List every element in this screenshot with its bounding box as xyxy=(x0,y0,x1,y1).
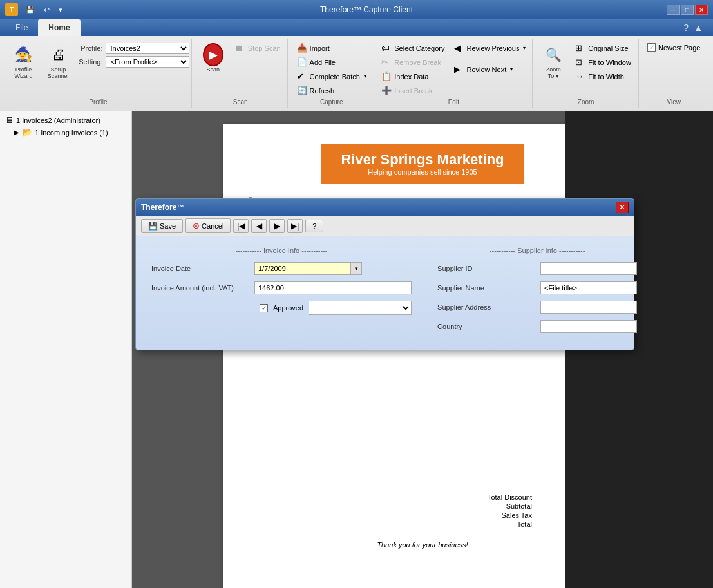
dialog-body: ----------- Invoice Info ----------- Inv… xyxy=(136,236,634,350)
index-data-icon: 📋 xyxy=(381,71,392,81)
nav-last-button[interactable]: ▶| xyxy=(287,219,303,233)
sidebar-item-label-1: 1 Invoices2 (Administrator) xyxy=(16,117,100,124)
insert-break-button[interactable]: ➕ Insert Break xyxy=(378,84,448,97)
invoice-date-input[interactable] xyxy=(254,262,350,275)
insert-break-icon: ➕ xyxy=(381,86,392,95)
review-previous-icon: ◀ xyxy=(454,43,464,53)
nav-first-button[interactable]: |◀ xyxy=(233,219,249,233)
sidebar-item-invoices2[interactable]: 🖥 1 Invoices2 (Administrator) xyxy=(3,114,129,126)
select-category-button[interactable]: 🏷 Select Category xyxy=(378,41,448,55)
dialog-save-button[interactable]: 💾 Save xyxy=(141,219,183,233)
index-data-button[interactable]: 📋 Index Data xyxy=(378,70,448,83)
invoice-date-picker[interactable]: ▾ xyxy=(350,262,362,275)
original-size-button[interactable]: ⊞ Original Size xyxy=(572,41,634,55)
close-button[interactable]: ✕ xyxy=(695,5,708,15)
fit-to-window-button[interactable]: ⊡ Fit to Window xyxy=(572,55,634,69)
profile-settings-area: Profile: Invoices2 Setting: <From Profil… xyxy=(77,41,189,69)
window-controls: ─ □ ✕ xyxy=(667,5,708,15)
nav-next-button[interactable]: ▶ xyxy=(269,219,285,233)
maximize-button[interactable]: □ xyxy=(681,5,694,15)
invoice-amount-label: Invoice Amount (incl. VAT) xyxy=(151,284,254,292)
setting-label: Setting: xyxy=(77,58,103,66)
quick-access-more[interactable]: ▾ xyxy=(55,5,66,15)
supplier-address-input[interactable] xyxy=(540,301,637,314)
profile-label: Profile: xyxy=(77,44,103,52)
total-row: Total 1462.00 xyxy=(249,520,596,528)
invoice-info-section: ----------- Invoice Info ----------- Inv… xyxy=(151,247,412,339)
quick-access-undo[interactable]: ↩ xyxy=(40,5,53,15)
import-button[interactable]: 📥 Import xyxy=(294,41,370,55)
supplier-id-row: Supplier ID xyxy=(437,262,637,275)
sidebar-item-icon-1: 🖥 xyxy=(5,115,14,125)
profile-wizard-button[interactable]: 🧙 ProfileWizard xyxy=(8,41,40,82)
supplier-info-title: ----------- Supplier Info ----------- xyxy=(437,247,637,254)
setup-scanner-button[interactable]: 🖨 SetupScanner xyxy=(43,41,75,82)
setup-scanner-icon: 🖨 xyxy=(48,44,69,65)
tab-file[interactable]: File xyxy=(5,19,38,36)
dialog-help-button[interactable]: ? xyxy=(305,220,323,232)
approved-select[interactable] xyxy=(309,301,412,315)
refresh-button[interactable]: 🔄 Refresh xyxy=(294,84,370,97)
invoice-totals: Total Discount Subtotal 1420.00 Sales Ta… xyxy=(249,493,596,528)
review-next-button[interactable]: ▶ Review Next ▾ xyxy=(451,62,529,76)
refresh-icon: 🔄 xyxy=(297,86,307,95)
sidebar-item-label-2: 1 Incoming Invoices (1) xyxy=(35,129,108,137)
tab-home[interactable]: Home xyxy=(38,19,80,36)
supplier-id-input[interactable] xyxy=(540,262,637,275)
ribbon-group-profile: 🧙 ProfileWizard 🖨 SetupScanner Profile: … xyxy=(5,39,192,108)
fit-to-width-button[interactable]: ↔ Fit to Width xyxy=(572,70,634,83)
scan-button[interactable]: ▶ Scan xyxy=(197,41,229,76)
newest-page-button[interactable]: ✓ Newest Page xyxy=(644,41,703,53)
review-next-icon: ▶ xyxy=(454,64,464,74)
invoice-amount-input[interactable] xyxy=(254,281,412,294)
zoom-to-button[interactable]: 🔍 ZoomTo ▾ xyxy=(537,41,569,82)
ribbon-options[interactable]: ▲ xyxy=(694,23,703,33)
original-size-icon: ⊞ xyxy=(575,43,585,53)
approved-label: Approved xyxy=(273,304,303,312)
app-title: Therefore™ Capture Client xyxy=(66,5,667,14)
invoice-header: River Springs Marketing Helping companie… xyxy=(249,144,596,184)
ribbon-group-edit: 🏷 Select Category ✂ Remove Break 📋 Index… xyxy=(376,39,533,108)
country-input[interactable] xyxy=(540,320,637,333)
quick-access-save[interactable]: 💾 xyxy=(22,5,39,15)
expand-icon: ▶ xyxy=(14,129,19,136)
setting-select[interactable]: <From Profile> xyxy=(106,56,189,68)
supplier-address-label: Supplier Address xyxy=(437,303,540,311)
profile-wizard-icon: 🧙 xyxy=(14,44,34,65)
sidebar-item-icon-2: 📂 xyxy=(22,128,32,137)
total-discount-label: Total Discount xyxy=(488,493,532,501)
dialog-cancel-button[interactable]: ⊗ Cancel xyxy=(185,218,231,233)
complete-batch-button[interactable]: ✔ Complete Batch ▾ xyxy=(294,70,370,83)
title-bar-menu: 💾 ↩ ▾ xyxy=(22,5,66,15)
ribbon-group-zoom: 🔍 ZoomTo ▾ ⊞ Original Size ⊡ Fit to Wind… xyxy=(534,39,639,108)
nav-prev-button[interactable]: ◀ xyxy=(251,219,267,233)
remove-break-icon: ✂ xyxy=(381,57,392,67)
ribbon-group-view: ✓ Newest Page View xyxy=(640,39,708,108)
profile-select[interactable]: Invoices2 xyxy=(106,43,189,54)
thank-you: Thank you for your business! xyxy=(249,541,596,549)
supplier-name-input[interactable] xyxy=(540,281,637,294)
add-file-button[interactable]: 📄 Add File xyxy=(294,55,370,69)
capture-group-label: Capture xyxy=(320,99,343,106)
invoice-date-label: Invoice Date xyxy=(151,265,254,272)
dialog-close-button[interactable]: ✕ xyxy=(616,202,629,213)
approved-row: ✓ Approved xyxy=(151,301,412,315)
zoom-to-icon: 🔍 xyxy=(543,44,564,65)
sidebar-item-incoming-invoices[interactable]: ▶ 📂 1 Incoming Invoices (1) xyxy=(3,126,129,138)
country-row: Country xyxy=(437,320,637,333)
remove-break-button[interactable]: ✂ Remove Break xyxy=(378,55,448,69)
review-previous-button[interactable]: ◀ Review Previous ▾ xyxy=(451,41,529,55)
ribbon-help[interactable]: ? xyxy=(683,23,689,33)
stop-scan-button[interactable]: ⏹ Stop Scan xyxy=(232,41,284,55)
supplier-name-label: Supplier Name xyxy=(437,284,540,292)
scan-group-label: Scan xyxy=(233,99,248,106)
minimize-button[interactable]: ─ xyxy=(667,5,680,15)
supplier-id-label: Supplier ID xyxy=(437,265,540,272)
view-group-label: View xyxy=(667,99,681,106)
approved-checkbox[interactable]: ✓ xyxy=(260,304,268,312)
newest-page-checkbox: ✓ xyxy=(647,43,656,52)
supplier-name-row: Supplier Name xyxy=(437,281,637,294)
dialog-titlebar: Therefore™ ✕ xyxy=(136,199,634,216)
fit-to-width-icon: ↔ xyxy=(575,71,585,81)
therefore-dialog[interactable]: Therefore™ ✕ 💾 Save ⊗ Cancel |◀ ◀ ▶ ▶| ? xyxy=(135,198,634,350)
